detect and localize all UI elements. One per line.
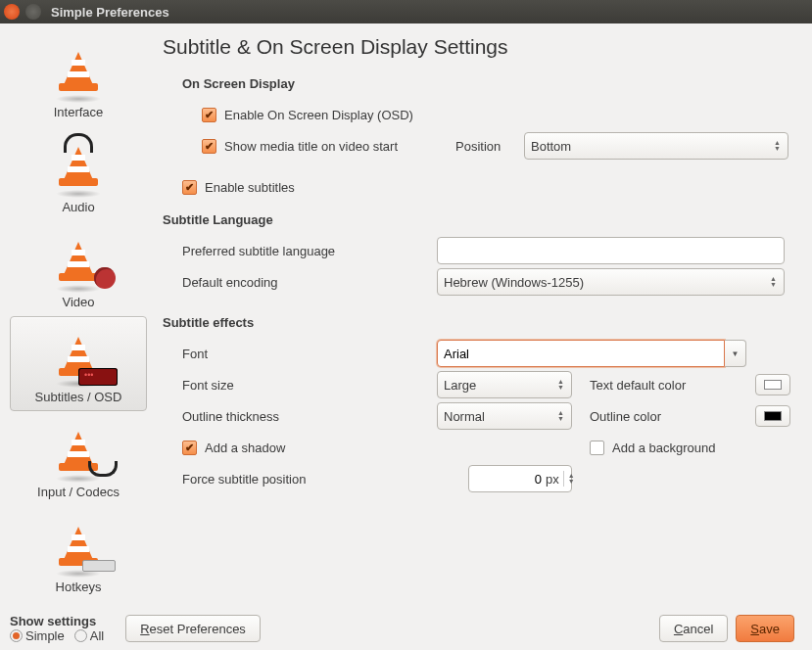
lang-heading: Subtitle Language xyxy=(163,212,790,227)
cone-plug-icon xyxy=(47,420,110,483)
sidebar-item-label: Video xyxy=(62,295,94,309)
reset-preferences-button[interactable]: Reset Preferences xyxy=(125,615,261,642)
cone-keys-icon xyxy=(47,515,110,578)
sidebar-item-label: Subtitles / OSD xyxy=(35,390,122,404)
outline-thickness-combo[interactable]: Normal▲▼ xyxy=(437,402,572,430)
enable-subtitles-checkbox[interactable]: ✔ xyxy=(182,180,197,195)
show-all-radio[interactable] xyxy=(74,629,87,642)
force-position-value[interactable] xyxy=(475,472,542,487)
font-input[interactable] xyxy=(437,340,725,367)
sidebar-item-label: Hotkeys xyxy=(56,580,102,594)
text-color-label: Text default color xyxy=(572,378,709,393)
footer: Show settings Simple All Reset Preferenc… xyxy=(0,607,812,650)
show-title-checkbox[interactable]: ✔ xyxy=(202,139,216,154)
sidebar-item-video[interactable]: Video xyxy=(10,221,147,316)
sidebar-item-audio[interactable]: Audio xyxy=(10,126,147,221)
sidebar-item-hotkeys[interactable]: Hotkeys xyxy=(10,506,147,601)
cancel-button[interactable]: Cancel xyxy=(659,615,728,642)
outline-color-button[interactable] xyxy=(755,405,790,427)
add-background-label: Add a background xyxy=(612,441,716,455)
show-simple-radio[interactable] xyxy=(10,629,23,642)
sidebar-item-subtitles-osd[interactable]: Subtitles / OSD xyxy=(10,316,147,411)
cone-subtitle-icon xyxy=(47,325,110,388)
pref-lang-label: Preferred subtitle language xyxy=(182,244,437,258)
window-close-button[interactable] xyxy=(4,4,20,20)
show-settings-label: Show settings xyxy=(10,614,104,628)
add-shadow-checkbox[interactable]: ✔ xyxy=(182,441,197,455)
settings-panel: Subtitle & On Screen Display Settings On… xyxy=(157,23,812,607)
show-title-label: Show media title on video start xyxy=(224,139,455,154)
encoding-combo[interactable]: Hebrew (Windows-1255)▲▼ xyxy=(437,268,785,296)
position-label: Position xyxy=(455,139,524,154)
sidebar-item-input-codecs[interactable]: Input / Codecs xyxy=(10,411,147,506)
titlebar: Simple Preferences xyxy=(0,0,812,23)
position-combo[interactable]: Bottom▲▼ xyxy=(524,132,788,160)
sidebar-item-interface[interactable]: Interface xyxy=(10,31,147,126)
font-label: Font xyxy=(182,347,437,361)
sidebar: Interface Audio Video Subtitles / OSD In… xyxy=(0,23,157,607)
text-color-button[interactable] xyxy=(755,374,790,395)
window-minimize-button[interactable] xyxy=(25,4,41,20)
sidebar-item-label: Interface xyxy=(54,105,104,119)
enable-subtitles-label: Enable subtitles xyxy=(205,180,295,195)
outline-thickness-label: Outline thickness xyxy=(182,409,437,424)
outline-color-label: Outline color xyxy=(572,409,709,424)
pref-lang-input[interactable] xyxy=(437,237,785,264)
force-position-spinner[interactable]: px▲▼ xyxy=(468,465,572,492)
cone-icon xyxy=(47,40,110,103)
cone-headphones-icon xyxy=(47,135,110,198)
page-title: Subtitle & On Screen Display Settings xyxy=(163,35,790,59)
save-button[interactable]: Save xyxy=(736,615,794,642)
sidebar-item-label: Input / Codecs xyxy=(37,485,119,499)
encoding-label: Default encoding xyxy=(182,275,437,290)
enable-osd-checkbox[interactable]: ✔ xyxy=(202,108,216,122)
add-background-checkbox[interactable]: ✔ xyxy=(590,441,604,455)
enable-osd-label: Enable On Screen Display (OSD) xyxy=(224,108,413,122)
add-shadow-label: Add a shadow xyxy=(205,441,285,455)
font-size-combo[interactable]: Large▲▼ xyxy=(437,371,572,398)
force-position-label: Force subtitle position xyxy=(182,472,437,487)
fx-heading: Subtitle effects xyxy=(163,315,790,330)
window-title: Simple Preferences xyxy=(51,5,169,20)
cone-film-icon xyxy=(47,230,110,293)
osd-heading: On Screen Display xyxy=(163,76,790,91)
font-size-label: Font size xyxy=(182,378,437,393)
sidebar-item-label: Audio xyxy=(62,200,94,214)
font-dropdown-button[interactable]: ▼ xyxy=(725,340,746,367)
